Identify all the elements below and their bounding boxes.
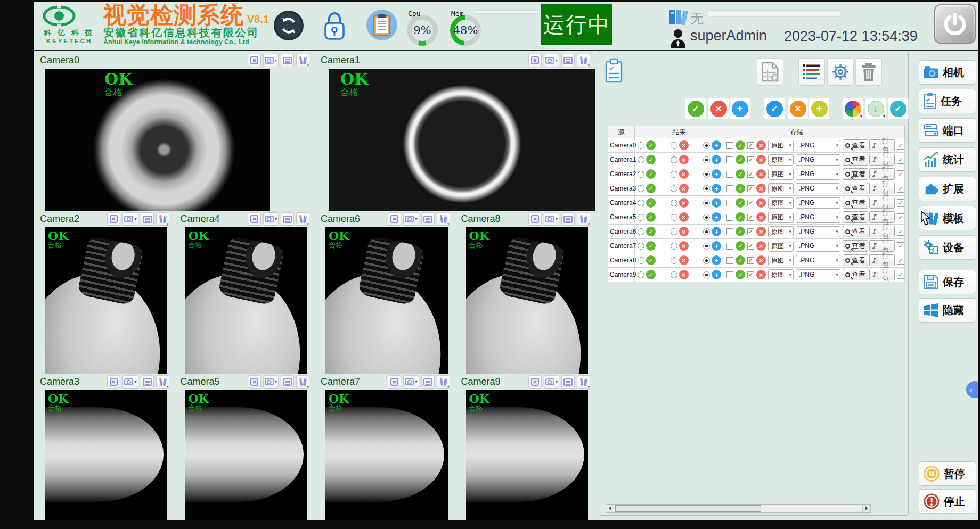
- tools-button[interactable]: [437, 212, 450, 226]
- radio-all[interactable]: [703, 200, 710, 206]
- image-type-select[interactable]: 原图: [768, 226, 794, 237]
- tools-button[interactable]: [156, 212, 169, 226]
- view-button[interactable]: 查看: [843, 197, 868, 209]
- snapshot-button[interactable]: [123, 375, 138, 389]
- format-select[interactable]: .PNG: [796, 241, 840, 252]
- radio-pass[interactable]: [638, 200, 644, 206]
- fit-view-button[interactable]: [528, 212, 542, 226]
- view-button[interactable]: 查看: [843, 183, 868, 194]
- tools-button[interactable]: [296, 54, 309, 67]
- image-type-all-button[interactable]: [842, 98, 863, 119]
- snapshot-button[interactable]: [544, 212, 559, 226]
- pack-button[interactable]: 打包: [869, 269, 895, 280]
- scrollbar-thumb[interactable]: [615, 505, 761, 512]
- fit-view-button[interactable]: [388, 375, 401, 389]
- params-button[interactable]: [281, 212, 294, 226]
- radio-pass[interactable]: [638, 271, 644, 278]
- radio-all[interactable]: [703, 257, 710, 264]
- format-select[interactable]: .PNG: [796, 140, 840, 151]
- checkbox-save-fail[interactable]: [747, 228, 754, 235]
- tools-button[interactable]: [156, 375, 169, 389]
- pack-button[interactable]: 打包: [869, 211, 895, 223]
- save-fail-all-button[interactable]: [787, 98, 808, 119]
- log-list-button[interactable]: [798, 58, 825, 86]
- radio-fail[interactable]: [671, 257, 677, 264]
- checkbox-enable[interactable]: [897, 242, 904, 250]
- checkbox-save-fail[interactable]: [747, 156, 754, 163]
- checkbox-enable[interactable]: [897, 213, 904, 221]
- export-table-button[interactable]: [757, 58, 783, 86]
- refresh-button[interactable]: [274, 11, 304, 40]
- radio-fail[interactable]: [671, 171, 677, 178]
- lock-button[interactable]: [322, 10, 347, 42]
- checkbox-save-fail[interactable]: [747, 214, 754, 221]
- format-select[interactable]: .PNG: [796, 183, 840, 194]
- sidebar-item-extension[interactable]: 扩展: [919, 177, 976, 201]
- save-pass-all-button[interactable]: [764, 98, 785, 119]
- params-button[interactable]: [561, 375, 575, 389]
- radio-all[interactable]: [703, 156, 710, 163]
- snapshot-button[interactable]: [263, 375, 279, 389]
- delete-button[interactable]: [855, 58, 882, 86]
- image-type-select[interactable]: 原图: [768, 212, 794, 223]
- pack-button[interactable]: 打包: [869, 183, 895, 194]
- checkbox-save-fail[interactable]: [747, 171, 754, 178]
- fit-view-button[interactable]: [107, 375, 120, 389]
- sidebar-item-statistics[interactable]: 统计: [919, 147, 976, 172]
- sidebar-item-task[interactable]: 任务: [919, 89, 976, 113]
- view-button[interactable]: 查看: [843, 211, 868, 223]
- radio-all[interactable]: [703, 185, 710, 192]
- radio-all[interactable]: [703, 243, 710, 250]
- scroll-right-arrow[interactable]: [862, 505, 870, 512]
- image-type-select[interactable]: 原图: [768, 140, 794, 151]
- params-button[interactable]: [561, 54, 575, 67]
- view-button[interactable]: 查看: [843, 254, 868, 266]
- image-type-select[interactable]: 原图: [768, 255, 794, 266]
- checkbox-save-pass[interactable]: [726, 257, 733, 264]
- fail-all-button[interactable]: [708, 98, 729, 119]
- all-all-button[interactable]: [729, 98, 750, 119]
- view-button[interactable]: 查看: [843, 226, 868, 237]
- format-select[interactable]: .PNG: [796, 255, 840, 266]
- fit-view-button[interactable]: [248, 54, 261, 67]
- radio-fail[interactable]: [671, 214, 677, 221]
- view-button[interactable]: 查看: [843, 269, 868, 280]
- format-select[interactable]: .PNG: [796, 212, 840, 223]
- snapshot-button[interactable]: [123, 212, 138, 226]
- params-button[interactable]: [141, 212, 154, 226]
- format-select[interactable]: .PNG: [796, 169, 840, 180]
- radio-pass[interactable]: [638, 171, 644, 178]
- checkbox-save-pass[interactable]: [726, 171, 733, 178]
- params-button[interactable]: [141, 375, 154, 389]
- pause-button[interactable]: 暂停: [919, 461, 976, 486]
- snapshot-button[interactable]: [544, 54, 559, 67]
- image-type-select[interactable]: 原图: [768, 269, 794, 280]
- snapshot-button[interactable]: [403, 375, 419, 389]
- radio-all[interactable]: [703, 228, 710, 235]
- radio-all[interactable]: [703, 214, 710, 221]
- download-all-button[interactable]: [865, 98, 886, 119]
- snapshot-button[interactable]: [403, 212, 419, 226]
- save-all-all-button[interactable]: [808, 98, 830, 119]
- horizontal-scrollbar[interactable]: [606, 504, 871, 513]
- tools-button[interactable]: [577, 54, 590, 67]
- fit-view-button[interactable]: [107, 212, 120, 226]
- checkbox-save-pass[interactable]: [726, 271, 733, 278]
- tools-button[interactable]: [296, 212, 309, 226]
- pack-button[interactable]: 打包: [869, 168, 895, 180]
- checkbox-save-fail[interactable]: [747, 142, 754, 149]
- sidebar-item-template[interactable]: 模板: [919, 206, 976, 230]
- checkbox-enable[interactable]: [897, 228, 904, 236]
- image-type-select[interactable]: 原图: [768, 183, 794, 194]
- view-button[interactable]: 查看: [843, 240, 868, 252]
- checkbox-enable[interactable]: [897, 156, 904, 164]
- apply-all-button[interactable]: [887, 98, 909, 119]
- image-type-select[interactable]: 原图: [768, 241, 794, 252]
- radio-all[interactable]: [703, 142, 710, 149]
- format-select[interactable]: .PNG: [796, 269, 840, 280]
- pack-button[interactable]: 打包: [869, 154, 895, 166]
- radio-pass[interactable]: [638, 257, 644, 264]
- format-select[interactable]: .PNG: [796, 154, 840, 166]
- snapshot-button[interactable]: [263, 212, 279, 226]
- params-button[interactable]: [281, 375, 294, 389]
